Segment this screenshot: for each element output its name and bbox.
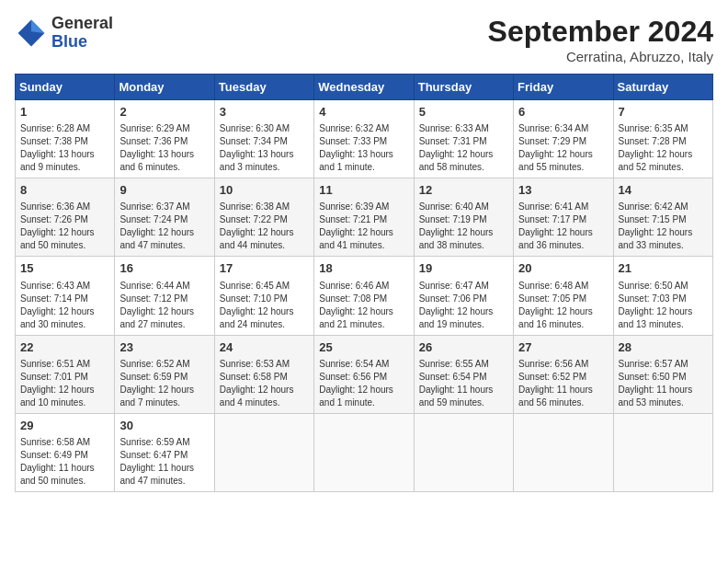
calendar-cell: 2Sunrise: 6:29 AM Sunset: 7:36 PM Daylig… — [115, 100, 214, 178]
location-subtitle: Cerratina, Abruzzo, Italy — [488, 49, 713, 64]
day-info: Sunrise: 6:56 AM Sunset: 6:52 PM Dayligh… — [518, 358, 608, 409]
calendar-cell — [214, 413, 313, 491]
day-number: 5 — [419, 104, 508, 121]
calendar-cell: 17Sunrise: 6:45 AM Sunset: 7:10 PM Dayli… — [214, 257, 313, 335]
day-info: Sunrise: 6:39 AM Sunset: 7:21 PM Dayligh… — [319, 201, 408, 252]
weekday-header: Saturday — [613, 75, 712, 100]
calendar-cell: 6Sunrise: 6:34 AM Sunset: 7:29 PM Daylig… — [514, 100, 613, 178]
day-number: 13 — [518, 182, 608, 199]
day-number: 30 — [119, 418, 209, 434]
calendar-cell: 28Sunrise: 6:57 AM Sunset: 6:50 PM Dayli… — [613, 335, 712, 413]
day-number: 15 — [20, 260, 109, 277]
day-number: 12 — [419, 182, 508, 199]
day-info: Sunrise: 6:34 AM Sunset: 7:29 PM Dayligh… — [518, 122, 608, 174]
day-number: 9 — [119, 182, 209, 199]
calendar-cell: 16Sunrise: 6:44 AM Sunset: 7:12 PM Dayli… — [115, 257, 214, 335]
day-info: Sunrise: 6:32 AM Sunset: 7:33 PM Dayligh… — [319, 122, 408, 174]
day-number: 27 — [518, 339, 608, 356]
calendar-cell: 25Sunrise: 6:54 AM Sunset: 6:56 PM Dayli… — [314, 335, 414, 413]
logo-icon — [15, 17, 48, 50]
calendar-cell: 10Sunrise: 6:38 AM Sunset: 7:22 PM Dayli… — [214, 178, 313, 257]
calendar-cell: 14Sunrise: 6:42 AM Sunset: 7:15 PM Dayli… — [613, 178, 712, 257]
calendar-cell: 29Sunrise: 6:58 AM Sunset: 6:49 PM Dayli… — [16, 413, 115, 491]
calendar-cell: 4Sunrise: 6:32 AM Sunset: 7:33 PM Daylig… — [314, 100, 414, 178]
day-info: Sunrise: 6:57 AM Sunset: 6:50 PM Dayligh… — [619, 358, 708, 409]
calendar-cell — [414, 413, 513, 491]
day-number: 11 — [319, 182, 408, 199]
calendar-cell: 1Sunrise: 6:28 AM Sunset: 7:38 PM Daylig… — [16, 100, 115, 178]
day-number: 28 — [619, 339, 708, 356]
weekday-header: Friday — [514, 75, 613, 100]
page-header: General Blue September 2024 Cerratina, A… — [15, 15, 713, 64]
day-number: 17 — [220, 260, 309, 277]
weekday-header: Thursday — [414, 75, 513, 100]
calendar-cell: 7Sunrise: 6:35 AM Sunset: 7:28 PM Daylig… — [613, 100, 712, 178]
day-number: 8 — [20, 182, 109, 199]
title-block: September 2024 Cerratina, Abruzzo, Italy — [488, 15, 713, 64]
day-info: Sunrise: 6:52 AM Sunset: 6:59 PM Dayligh… — [119, 358, 209, 409]
day-info: Sunrise: 6:53 AM Sunset: 6:58 PM Dayligh… — [220, 358, 309, 409]
weekday-header: Monday — [115, 75, 214, 100]
calendar-cell: 21Sunrise: 6:50 AM Sunset: 7:03 PM Dayli… — [613, 257, 712, 335]
calendar-cell: 30Sunrise: 6:59 AM Sunset: 6:47 PM Dayli… — [115, 413, 214, 491]
day-info: Sunrise: 6:36 AM Sunset: 7:26 PM Dayligh… — [20, 201, 109, 252]
day-info: Sunrise: 6:47 AM Sunset: 7:06 PM Dayligh… — [419, 280, 508, 331]
day-number: 1 — [20, 104, 109, 121]
calendar-cell: 27Sunrise: 6:56 AM Sunset: 6:52 PM Dayli… — [514, 335, 613, 413]
day-number: 2 — [119, 104, 209, 121]
day-info: Sunrise: 6:29 AM Sunset: 7:36 PM Dayligh… — [119, 122, 209, 174]
calendar-cell: 9Sunrise: 6:37 AM Sunset: 7:24 PM Daylig… — [115, 178, 214, 257]
day-info: Sunrise: 6:48 AM Sunset: 7:05 PM Dayligh… — [518, 280, 608, 331]
day-number: 10 — [220, 182, 309, 199]
calendar-cell — [613, 413, 712, 491]
day-info: Sunrise: 6:50 AM Sunset: 7:03 PM Dayligh… — [619, 280, 708, 331]
svg-marker-1 — [31, 19, 44, 32]
day-number: 23 — [119, 339, 209, 356]
calendar-cell: 24Sunrise: 6:53 AM Sunset: 6:58 PM Dayli… — [214, 335, 313, 413]
day-info: Sunrise: 6:41 AM Sunset: 7:17 PM Dayligh… — [518, 201, 608, 252]
calendar-cell — [314, 413, 414, 491]
day-info: Sunrise: 6:51 AM Sunset: 7:01 PM Dayligh… — [20, 358, 109, 409]
calendar-cell — [514, 413, 613, 491]
day-number: 6 — [518, 104, 608, 121]
calendar-cell: 18Sunrise: 6:46 AM Sunset: 7:08 PM Dayli… — [314, 257, 414, 335]
day-number: 3 — [220, 104, 309, 121]
day-number: 14 — [619, 182, 708, 199]
day-number: 29 — [20, 418, 109, 434]
day-info: Sunrise: 6:28 AM Sunset: 7:38 PM Dayligh… — [20, 122, 109, 174]
day-info: Sunrise: 6:42 AM Sunset: 7:15 PM Dayligh… — [619, 201, 708, 252]
day-number: 26 — [419, 339, 508, 356]
calendar-cell: 11Sunrise: 6:39 AM Sunset: 7:21 PM Dayli… — [314, 178, 414, 257]
calendar-cell: 12Sunrise: 6:40 AM Sunset: 7:19 PM Dayli… — [414, 178, 513, 257]
logo: General Blue — [15, 15, 113, 52]
calendar-cell: 19Sunrise: 6:47 AM Sunset: 7:06 PM Dayli… — [414, 257, 513, 335]
calendar-cell: 22Sunrise: 6:51 AM Sunset: 7:01 PM Dayli… — [16, 335, 115, 413]
calendar-cell: 23Sunrise: 6:52 AM Sunset: 6:59 PM Dayli… — [115, 335, 214, 413]
day-info: Sunrise: 6:40 AM Sunset: 7:19 PM Dayligh… — [419, 201, 508, 252]
day-info: Sunrise: 6:33 AM Sunset: 7:31 PM Dayligh… — [419, 122, 508, 174]
calendar-cell: 15Sunrise: 6:43 AM Sunset: 7:14 PM Dayli… — [16, 257, 115, 335]
day-info: Sunrise: 6:59 AM Sunset: 6:47 PM Dayligh… — [119, 436, 209, 488]
day-number: 22 — [20, 339, 109, 356]
weekday-header: Tuesday — [214, 75, 313, 100]
weekday-header: Wednesday — [314, 75, 414, 100]
day-info: Sunrise: 6:55 AM Sunset: 6:54 PM Dayligh… — [419, 358, 508, 409]
day-number: 7 — [619, 104, 708, 121]
day-info: Sunrise: 6:45 AM Sunset: 7:10 PM Dayligh… — [220, 280, 309, 331]
day-info: Sunrise: 6:54 AM Sunset: 6:56 PM Dayligh… — [319, 358, 408, 409]
month-title: September 2024 — [488, 15, 713, 49]
calendar-table: SundayMondayTuesdayWednesdayThursdayFrid… — [15, 74, 713, 492]
day-number: 20 — [518, 260, 608, 277]
day-info: Sunrise: 6:43 AM Sunset: 7:14 PM Dayligh… — [20, 280, 109, 331]
day-info: Sunrise: 6:30 AM Sunset: 7:34 PM Dayligh… — [220, 122, 309, 174]
calendar-cell: 26Sunrise: 6:55 AM Sunset: 6:54 PM Dayli… — [414, 335, 513, 413]
calendar-cell: 13Sunrise: 6:41 AM Sunset: 7:17 PM Dayli… — [514, 178, 613, 257]
calendar-cell: 5Sunrise: 6:33 AM Sunset: 7:31 PM Daylig… — [414, 100, 513, 178]
day-info: Sunrise: 6:38 AM Sunset: 7:22 PM Dayligh… — [220, 201, 309, 252]
day-number: 24 — [220, 339, 309, 356]
calendar-cell: 3Sunrise: 6:30 AM Sunset: 7:34 PM Daylig… — [214, 100, 313, 178]
day-info: Sunrise: 6:37 AM Sunset: 7:24 PM Dayligh… — [119, 201, 209, 252]
day-info: Sunrise: 6:35 AM Sunset: 7:28 PM Dayligh… — [619, 122, 708, 174]
calendar-cell: 20Sunrise: 6:48 AM Sunset: 7:05 PM Dayli… — [514, 257, 613, 335]
calendar-cell: 8Sunrise: 6:36 AM Sunset: 7:26 PM Daylig… — [16, 178, 115, 257]
